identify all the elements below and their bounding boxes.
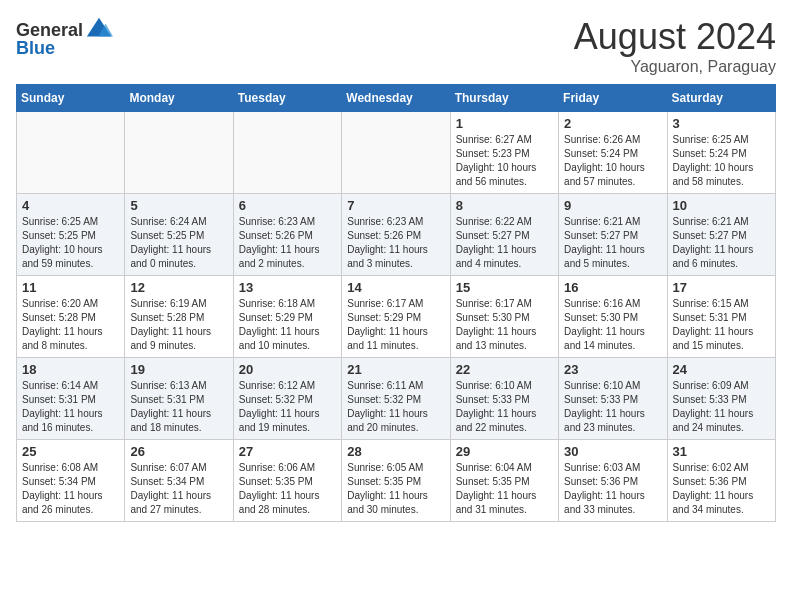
month-year: August 2024 (574, 16, 776, 58)
day-info: Sunrise: 6:09 AM Sunset: 5:33 PM Dayligh… (673, 379, 770, 435)
day-cell-7: 7Sunrise: 6:23 AM Sunset: 5:26 PM Daylig… (342, 194, 450, 276)
day-info: Sunrise: 6:24 AM Sunset: 5:25 PM Dayligh… (130, 215, 227, 271)
day-info: Sunrise: 6:21 AM Sunset: 5:27 PM Dayligh… (564, 215, 661, 271)
day-number: 9 (564, 198, 661, 213)
day-number: 20 (239, 362, 336, 377)
day-number: 25 (22, 444, 119, 459)
empty-cell (342, 112, 450, 194)
day-cell-2: 2Sunrise: 6:26 AM Sunset: 5:24 PM Daylig… (559, 112, 667, 194)
day-info: Sunrise: 6:02 AM Sunset: 5:36 PM Dayligh… (673, 461, 770, 517)
day-number: 11 (22, 280, 119, 295)
day-number: 12 (130, 280, 227, 295)
day-info: Sunrise: 6:14 AM Sunset: 5:31 PM Dayligh… (22, 379, 119, 435)
empty-cell (17, 112, 125, 194)
day-info: Sunrise: 6:11 AM Sunset: 5:32 PM Dayligh… (347, 379, 444, 435)
day-cell-16: 16Sunrise: 6:16 AM Sunset: 5:30 PM Dayli… (559, 276, 667, 358)
day-info: Sunrise: 6:10 AM Sunset: 5:33 PM Dayligh… (456, 379, 553, 435)
day-cell-30: 30Sunrise: 6:03 AM Sunset: 5:36 PM Dayli… (559, 440, 667, 522)
day-number: 21 (347, 362, 444, 377)
day-number: 19 (130, 362, 227, 377)
day-cell-9: 9Sunrise: 6:21 AM Sunset: 5:27 PM Daylig… (559, 194, 667, 276)
day-number: 7 (347, 198, 444, 213)
day-info: Sunrise: 6:26 AM Sunset: 5:24 PM Dayligh… (564, 133, 661, 189)
day-cell-27: 27Sunrise: 6:06 AM Sunset: 5:35 PM Dayli… (233, 440, 341, 522)
day-cell-31: 31Sunrise: 6:02 AM Sunset: 5:36 PM Dayli… (667, 440, 775, 522)
week-row-2: 4Sunrise: 6:25 AM Sunset: 5:25 PM Daylig… (17, 194, 776, 276)
day-info: Sunrise: 6:25 AM Sunset: 5:25 PM Dayligh… (22, 215, 119, 271)
day-number: 5 (130, 198, 227, 213)
day-cell-5: 5Sunrise: 6:24 AM Sunset: 5:25 PM Daylig… (125, 194, 233, 276)
day-number: 22 (456, 362, 553, 377)
day-info: Sunrise: 6:17 AM Sunset: 5:29 PM Dayligh… (347, 297, 444, 353)
weekday-header-monday: Monday (125, 85, 233, 112)
day-cell-13: 13Sunrise: 6:18 AM Sunset: 5:29 PM Dayli… (233, 276, 341, 358)
day-number: 18 (22, 362, 119, 377)
day-number: 29 (456, 444, 553, 459)
day-info: Sunrise: 6:03 AM Sunset: 5:36 PM Dayligh… (564, 461, 661, 517)
day-number: 16 (564, 280, 661, 295)
logo-blue-text: Blue (16, 38, 55, 59)
day-cell-25: 25Sunrise: 6:08 AM Sunset: 5:34 PM Dayli… (17, 440, 125, 522)
day-info: Sunrise: 6:08 AM Sunset: 5:34 PM Dayligh… (22, 461, 119, 517)
week-row-1: 1Sunrise: 6:27 AM Sunset: 5:23 PM Daylig… (17, 112, 776, 194)
day-number: 23 (564, 362, 661, 377)
day-number: 1 (456, 116, 553, 131)
day-info: Sunrise: 6:05 AM Sunset: 5:35 PM Dayligh… (347, 461, 444, 517)
logo-icon (85, 16, 113, 44)
day-info: Sunrise: 6:17 AM Sunset: 5:30 PM Dayligh… (456, 297, 553, 353)
day-info: Sunrise: 6:06 AM Sunset: 5:35 PM Dayligh… (239, 461, 336, 517)
day-cell-15: 15Sunrise: 6:17 AM Sunset: 5:30 PM Dayli… (450, 276, 558, 358)
day-info: Sunrise: 6:12 AM Sunset: 5:32 PM Dayligh… (239, 379, 336, 435)
day-info: Sunrise: 6:27 AM Sunset: 5:23 PM Dayligh… (456, 133, 553, 189)
day-info: Sunrise: 6:15 AM Sunset: 5:31 PM Dayligh… (673, 297, 770, 353)
day-cell-20: 20Sunrise: 6:12 AM Sunset: 5:32 PM Dayli… (233, 358, 341, 440)
day-number: 26 (130, 444, 227, 459)
day-info: Sunrise: 6:25 AM Sunset: 5:24 PM Dayligh… (673, 133, 770, 189)
day-info: Sunrise: 6:13 AM Sunset: 5:31 PM Dayligh… (130, 379, 227, 435)
day-cell-3: 3Sunrise: 6:25 AM Sunset: 5:24 PM Daylig… (667, 112, 775, 194)
day-cell-12: 12Sunrise: 6:19 AM Sunset: 5:28 PM Dayli… (125, 276, 233, 358)
day-number: 6 (239, 198, 336, 213)
page-header: General Blue August 2024 Yaguaron, Parag… (16, 16, 776, 76)
day-number: 2 (564, 116, 661, 131)
day-cell-24: 24Sunrise: 6:09 AM Sunset: 5:33 PM Dayli… (667, 358, 775, 440)
logo: General Blue (16, 16, 113, 59)
day-number: 13 (239, 280, 336, 295)
day-cell-19: 19Sunrise: 6:13 AM Sunset: 5:31 PM Dayli… (125, 358, 233, 440)
day-number: 17 (673, 280, 770, 295)
day-number: 14 (347, 280, 444, 295)
day-number: 30 (564, 444, 661, 459)
week-row-5: 25Sunrise: 6:08 AM Sunset: 5:34 PM Dayli… (17, 440, 776, 522)
day-info: Sunrise: 6:04 AM Sunset: 5:35 PM Dayligh… (456, 461, 553, 517)
location: Yaguaron, Paraguay (574, 58, 776, 76)
weekday-header-saturday: Saturday (667, 85, 775, 112)
weekday-header-thursday: Thursday (450, 85, 558, 112)
day-number: 31 (673, 444, 770, 459)
day-cell-8: 8Sunrise: 6:22 AM Sunset: 5:27 PM Daylig… (450, 194, 558, 276)
empty-cell (233, 112, 341, 194)
day-cell-17: 17Sunrise: 6:15 AM Sunset: 5:31 PM Dayli… (667, 276, 775, 358)
day-number: 28 (347, 444, 444, 459)
weekday-header-wednesday: Wednesday (342, 85, 450, 112)
day-cell-4: 4Sunrise: 6:25 AM Sunset: 5:25 PM Daylig… (17, 194, 125, 276)
day-info: Sunrise: 6:18 AM Sunset: 5:29 PM Dayligh… (239, 297, 336, 353)
day-info: Sunrise: 6:23 AM Sunset: 5:26 PM Dayligh… (239, 215, 336, 271)
day-info: Sunrise: 6:10 AM Sunset: 5:33 PM Dayligh… (564, 379, 661, 435)
day-info: Sunrise: 6:20 AM Sunset: 5:28 PM Dayligh… (22, 297, 119, 353)
day-info: Sunrise: 6:16 AM Sunset: 5:30 PM Dayligh… (564, 297, 661, 353)
day-info: Sunrise: 6:22 AM Sunset: 5:27 PM Dayligh… (456, 215, 553, 271)
day-info: Sunrise: 6:23 AM Sunset: 5:26 PM Dayligh… (347, 215, 444, 271)
day-cell-21: 21Sunrise: 6:11 AM Sunset: 5:32 PM Dayli… (342, 358, 450, 440)
week-row-3: 11Sunrise: 6:20 AM Sunset: 5:28 PM Dayli… (17, 276, 776, 358)
day-cell-14: 14Sunrise: 6:17 AM Sunset: 5:29 PM Dayli… (342, 276, 450, 358)
empty-cell (125, 112, 233, 194)
day-number: 10 (673, 198, 770, 213)
weekday-header-sunday: Sunday (17, 85, 125, 112)
day-cell-29: 29Sunrise: 6:04 AM Sunset: 5:35 PM Dayli… (450, 440, 558, 522)
day-number: 27 (239, 444, 336, 459)
day-info: Sunrise: 6:19 AM Sunset: 5:28 PM Dayligh… (130, 297, 227, 353)
day-cell-26: 26Sunrise: 6:07 AM Sunset: 5:34 PM Dayli… (125, 440, 233, 522)
day-cell-22: 22Sunrise: 6:10 AM Sunset: 5:33 PM Dayli… (450, 358, 558, 440)
title-block: August 2024 Yaguaron, Paraguay (574, 16, 776, 76)
day-info: Sunrise: 6:21 AM Sunset: 5:27 PM Dayligh… (673, 215, 770, 271)
